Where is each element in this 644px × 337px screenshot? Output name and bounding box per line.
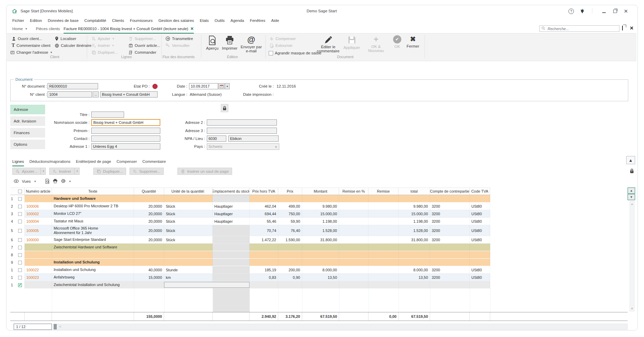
hscroll-thumb[interactable] [54, 324, 57, 329]
adresse3-input[interactable] [207, 128, 277, 134]
contact-input[interactable] [91, 135, 160, 142]
vertical-scrollbar[interactable]: ▲ ▼ [630, 201, 634, 311]
date-input[interactable] [189, 83, 218, 89]
address-tab-2[interactable]: Adr. livraison [10, 116, 45, 126]
table-row-6[interactable]: 6100000Sage Start Enterprise Standard20,… [10, 236, 490, 244]
tip-lightbulb-icon[interactable] [578, 8, 586, 15]
menu-item-8[interactable]: Etats [200, 18, 209, 23]
restore-icon[interactable] [611, 8, 619, 15]
row-checkbox[interactable] [18, 229, 22, 233]
prenom-input[interactable] [91, 128, 160, 134]
row-checkbox[interactable] [18, 205, 22, 208]
adresse2-input[interactable] [207, 119, 277, 126]
collapse-panel-button[interactable]: ▲ [626, 156, 635, 164]
select-all-checkbox[interactable] [18, 190, 22, 193]
table-row-12[interactable]: 1✔Zwischentotal Installation und Schulun… [10, 281, 490, 289]
vscroll-down-arrow[interactable]: ▼ [630, 307, 634, 310]
open-client-button[interactable]: Ouvrir client... [12, 36, 42, 42]
calendar-icon[interactable]: 7 [218, 83, 225, 89]
menu-item-12[interactable]: Aide [271, 18, 279, 23]
grid-header-code[interactable]: Code TVA [470, 188, 490, 195]
delete-row-button[interactable]: Supprimer... [130, 168, 164, 175]
row-checkbox[interactable] [18, 246, 22, 249]
restore-pane-icon[interactable] [622, 26, 623, 30]
menu-item-6[interactable]: Fournisseurs [130, 18, 152, 23]
row-checkbox[interactable] [18, 220, 22, 223]
client-lookup-button[interactable]: ... [93, 91, 99, 98]
address-tab-1[interactable]: Adresse [10, 105, 45, 114]
table-row-7[interactable]: 7Zwischentotal Hardware und Software [10, 244, 490, 251]
lines-tab-1[interactable]: Lignes [12, 159, 24, 166]
grid-header-remise_pct[interactable]: Remise en % [339, 188, 368, 195]
duplicate-row-button[interactable]: Dupliquer... [93, 168, 126, 175]
table-row-9[interactable]: 9Installation und Schulung [10, 259, 490, 266]
add-line-button[interactable]: Ajouter▼ [92, 36, 115, 42]
article-number-link[interactable]: 100022 [26, 268, 50, 272]
table-row-5[interactable]: 5100005Microsoft Office 365 HomeAbonneme… [10, 225, 490, 236]
views-button[interactable]: Vues [22, 179, 31, 183]
compensate-button[interactable]: Compenser [269, 36, 296, 42]
row-checkbox[interactable] [18, 197, 22, 201]
delete-line-button[interactable]: Supprimer... [129, 36, 156, 42]
localize-button[interactable]: Localiser [55, 36, 76, 42]
horizontal-scrollbar[interactable]: < [53, 324, 628, 330]
table-row-1[interactable]: 1Hardware und Software [10, 195, 490, 203]
grid-header-article[interactable]: Numéro article [25, 188, 52, 195]
menu-item-10[interactable]: Agenda [230, 18, 244, 23]
article-number-link[interactable]: 100023 [26, 275, 50, 280]
table-row-11[interactable]: 1100023Anfahrtsweg15,0000km0,830,9013,50… [10, 274, 490, 281]
address-tab-4[interactable]: Options [10, 140, 45, 149]
close-tab-icon[interactable]: ✕ [190, 26, 194, 31]
article-number-link[interactable]: 100000 [26, 238, 50, 242]
table-row-8[interactable]: 8 [10, 251, 490, 259]
subtotal-input-field[interactable] [164, 282, 250, 288]
print-button[interactable]: Imprimer [222, 35, 238, 50]
grid-settings-gear-icon[interactable] [61, 179, 66, 184]
lines-tab-5[interactable]: Commentaire [142, 159, 166, 166]
close-document-button[interactable]: ✖ Fermer [405, 35, 421, 48]
adresse1-input[interactable] [91, 143, 160, 150]
send-email-button[interactable]: @ Envoyer par e-mail [240, 35, 263, 53]
vscroll-up-arrow[interactable]: ▲ [630, 202, 634, 206]
num-client-input[interactable] [48, 91, 92, 98]
grid-header-select[interactable] [16, 188, 25, 195]
ok-button[interactable]: ✔ OK [390, 35, 404, 49]
grid-header-compte[interactable]: Compte de contrepartie [430, 188, 470, 195]
help-icon[interactable]: ? [567, 8, 575, 15]
page-indicator[interactable]: 1 / 12 [14, 324, 52, 330]
menu-item-4[interactable]: Comptabilité [84, 18, 106, 23]
row-checkbox[interactable]: ✔ [18, 283, 22, 287]
menu-item-5[interactable]: Clients [112, 18, 124, 23]
grid-header-total[interactable]: total [399, 188, 430, 195]
titre-input[interactable] [91, 112, 124, 118]
address-tab-3[interactable]: Finances [10, 128, 45, 138]
menu-item-1[interactable]: Fichier [12, 18, 24, 23]
insert-row-dropdown[interactable]: ▼ [75, 168, 80, 175]
close-icon[interactable]: ✕ [622, 8, 630, 15]
minimize-icon[interactable] [600, 8, 608, 15]
article-number-link[interactable]: 100006 [26, 204, 50, 208]
tab-facture-active[interactable]: Facture RE000010 - 1004 Bissig Invest + … [64, 25, 194, 34]
grid-preview-icon[interactable] [45, 179, 50, 184]
preview-button[interactable]: Aperçu [204, 35, 220, 50]
table-row-10[interactable]: 1100022Installation und Schulung40,0000S… [10, 266, 490, 274]
reverse-button[interactable]: Extourner [269, 42, 293, 49]
row-checkbox[interactable] [18, 261, 22, 264]
grid-header-qty[interactable]: Quantité [134, 188, 164, 195]
open-article-button[interactable]: Ouvrir article... [129, 42, 160, 49]
close-pane-icon[interactable]: ✕ [630, 25, 634, 31]
row-checkbox[interactable] [18, 253, 22, 257]
grid-header-unit[interactable]: Unité de la quantité: [164, 188, 213, 195]
move-row-up-button[interactable]: ▲ [628, 187, 635, 194]
article-number-link[interactable]: 100004 [26, 219, 50, 223]
menu-item-7[interactable]: Gestion des salaires [158, 18, 194, 23]
article-number-link[interactable]: 100005 [26, 229, 50, 233]
row-checkbox[interactable] [18, 238, 22, 242]
search-input[interactable] [547, 26, 617, 31]
hscroll-left-arrow[interactable]: < [59, 324, 61, 328]
chevron-down-icon[interactable]: ▼ [69, 180, 71, 183]
pays-select[interactable]: Schweiz▼ [207, 143, 279, 150]
add-row-dropdown[interactable]: ▼ [41, 168, 46, 175]
grid-header-prix_net[interactable]: Prix hors TVA [250, 188, 278, 195]
row-checkbox[interactable] [18, 276, 22, 280]
